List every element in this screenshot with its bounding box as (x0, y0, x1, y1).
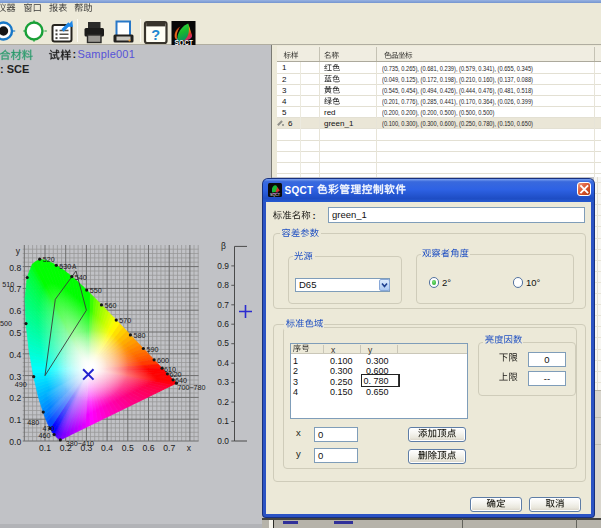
svg-text:0.3: 0.3 (217, 377, 229, 387)
svg-text:0.8: 0.8 (217, 280, 229, 290)
svg-text:0.3: 0.3 (80, 443, 92, 453)
svg-text:0.3: 0.3 (9, 372, 21, 382)
svg-text:0.6: 0.6 (143, 443, 155, 453)
svg-text:0.6: 0.6 (9, 306, 21, 316)
svg-text:700~780: 700~780 (177, 383, 205, 392)
svg-text:0.1: 0.1 (39, 443, 51, 453)
svg-text:0.0: 0.0 (9, 437, 21, 447)
svg-text:600: 600 (157, 356, 169, 365)
svg-text:460: 460 (39, 431, 51, 440)
svg-text:0.5: 0.5 (9, 328, 21, 338)
svg-text:0.2: 0.2 (60, 443, 72, 453)
svg-text:580: 580 (133, 331, 145, 340)
svg-text:490: 490 (15, 380, 27, 389)
svg-text:0.2: 0.2 (9, 393, 21, 403)
svg-text:0.4: 0.4 (9, 350, 21, 360)
svg-text:590: 590 (146, 345, 158, 354)
svg-text:570: 570 (119, 316, 131, 325)
svg-text:520: 520 (43, 255, 55, 264)
svg-text:A: A (72, 263, 77, 270)
svg-text:0.0: 0.0 (217, 436, 229, 446)
svg-text:480: 480 (27, 418, 39, 427)
svg-text:0.4: 0.4 (101, 443, 113, 453)
svg-text:550: 550 (90, 286, 102, 295)
svg-text:0.7: 0.7 (163, 443, 175, 453)
svg-text:y: y (16, 246, 21, 256)
svg-text:SQCT: SQCT (270, 193, 281, 197)
svg-text:0.5: 0.5 (217, 338, 229, 348)
svg-text:x: x (187, 443, 192, 453)
svg-text:0.8: 0.8 (9, 263, 21, 273)
svg-text:0.1: 0.1 (217, 416, 229, 426)
svg-text:0.5: 0.5 (122, 443, 134, 453)
svg-text:0.4: 0.4 (217, 358, 229, 368)
svg-text:0.7: 0.7 (217, 300, 229, 310)
svg-text:0.7: 0.7 (9, 284, 21, 294)
svg-text:0.1: 0.1 (9, 415, 21, 425)
svg-text:540: 540 (75, 273, 87, 282)
svg-text:0.2: 0.2 (217, 397, 229, 407)
svg-text:β: β (221, 241, 226, 251)
svg-text:0.9: 0.9 (217, 261, 229, 271)
svg-text:530: 530 (59, 262, 71, 271)
svg-text:0.6: 0.6 (217, 319, 229, 329)
svg-text:560: 560 (105, 301, 117, 310)
